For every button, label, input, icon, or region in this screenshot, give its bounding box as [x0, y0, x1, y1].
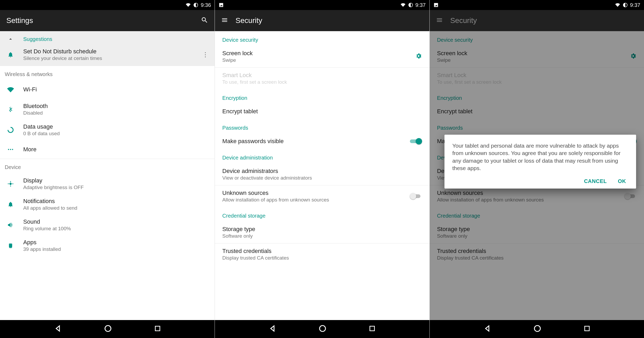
- item-title: Notifications: [23, 198, 209, 205]
- svg-rect-5: [155, 326, 160, 331]
- section-device-admin: Device administration: [215, 149, 429, 163]
- nav-bar: [0, 320, 215, 338]
- home-icon[interactable]: [533, 325, 541, 334]
- search-icon[interactable]: [201, 16, 208, 25]
- switch-unknown-sources[interactable]: [410, 193, 422, 199]
- item-sub: 0 B of data used: [23, 131, 209, 137]
- item-sub: Display trusted CA certificates: [222, 255, 422, 261]
- status-time: 9:37: [415, 2, 426, 8]
- wifi-icon: [615, 3, 621, 7]
- item-data-usage[interactable]: Data usage 0 B of data used: [0, 120, 215, 140]
- bluetooth-icon: [5, 106, 16, 112]
- item-apps[interactable]: Apps 39 apps installed: [0, 235, 215, 256]
- back-icon[interactable]: [268, 325, 276, 334]
- item-smart-lock: Smart Lock To use, first set a screen lo…: [215, 68, 429, 89]
- hamburger-icon[interactable]: [221, 17, 228, 25]
- item-wifi[interactable]: Wi-Fi: [0, 81, 215, 99]
- item-device-admins[interactable]: Device administrators View or deactivate…: [215, 163, 429, 185]
- chevron-up-icon: [5, 36, 16, 42]
- item-sub: To use, first set a screen lock: [222, 79, 422, 85]
- item-title: Trusted credentials: [222, 248, 422, 255]
- item-storage-type[interactable]: Storage type Software only: [215, 222, 429, 243]
- status-bar: 9:37: [215, 0, 429, 10]
- home-icon[interactable]: [104, 325, 112, 334]
- svg-point-7: [320, 326, 326, 332]
- recents-icon[interactable]: [584, 325, 590, 333]
- item-sound[interactable]: Sound Ring volume at 100%: [0, 215, 215, 235]
- svg-point-3: [12, 149, 13, 150]
- item-sub: Disabled: [23, 110, 209, 116]
- cancel-button[interactable]: CANCEL: [584, 178, 607, 184]
- bell-icon: [5, 201, 16, 208]
- recents-icon[interactable]: [369, 325, 376, 333]
- status-time: 9:36: [201, 2, 211, 8]
- suggestions-section: Suggestions Set Do Not Disturb schedule …: [0, 31, 215, 66]
- security-content: Device security Screen lock Swipe Smart …: [215, 31, 429, 320]
- svg-rect-11: [585, 326, 589, 331]
- gear-icon[interactable]: [415, 53, 422, 60]
- item-title: Smart Lock: [222, 72, 422, 79]
- unknown-sources-dialog: Your tablet and personal data are more v…: [444, 135, 636, 189]
- section-device-header: Device: [0, 159, 215, 173]
- item-title: Make passwords visible: [222, 138, 410, 145]
- item-trusted-credentials[interactable]: Trusted credentials Display trusted CA c…: [215, 243, 429, 265]
- item-sub: Ring volume at 100%: [23, 226, 209, 232]
- item-title: Wi-Fi: [23, 86, 209, 93]
- item-bluetooth[interactable]: Bluetooth Disabled: [0, 99, 215, 120]
- switch-passwords-visible[interactable]: [410, 138, 422, 144]
- item-display[interactable]: Display Adaptive brightness is OFF: [0, 173, 215, 194]
- item-title: Sound: [23, 218, 209, 225]
- suggestions-header[interactable]: Suggestions: [0, 31, 215, 45]
- item-notifications[interactable]: Notifications All apps allowed to send: [0, 194, 215, 215]
- item-title: Encrypt tablet: [222, 108, 422, 115]
- status-time: 9:37: [630, 2, 640, 8]
- back-icon[interactable]: [54, 325, 62, 334]
- item-sub: Allow installation of apps from unknown …: [222, 197, 410, 203]
- section-encryption: Encryption: [215, 89, 429, 104]
- suggestion-dnd[interactable]: Set Do Not Disturb schedule Silence your…: [0, 45, 215, 66]
- wifi-icon: [185, 3, 191, 7]
- item-sub: All apps allowed to send: [23, 205, 209, 211]
- item-title: Data usage: [23, 123, 209, 130]
- more-horiz-icon: [5, 146, 16, 153]
- item-sub: View or deactivate device administrators: [222, 175, 422, 181]
- item-more[interactable]: More: [0, 140, 215, 159]
- section-device-security: Device security: [215, 31, 429, 46]
- hamburger-icon[interactable]: [436, 17, 443, 25]
- volume-icon: [5, 222, 16, 228]
- item-sub: Software only: [222, 233, 422, 239]
- brightness-icon: [5, 180, 16, 187]
- recents-icon[interactable]: [154, 325, 161, 333]
- suggestion-title: Set Do Not Disturb schedule: [23, 48, 194, 55]
- item-title: Unknown sources: [222, 190, 410, 196]
- security-dialog-screen: 9:37 Security Device security Screen loc…: [429, 0, 644, 338]
- settings-screen: 9:36 Settings Suggestions Set Do Not Dis…: [0, 0, 215, 338]
- settings-content: Suggestions Set Do Not Disturb schedule …: [0, 31, 215, 320]
- overflow-icon[interactable]: ⋮: [201, 51, 209, 58]
- page-title: Security: [450, 16, 638, 25]
- ok-button[interactable]: OK: [618, 178, 626, 184]
- svg-point-4: [105, 326, 111, 332]
- item-title: Screen lock: [222, 50, 415, 57]
- item-passwords-visible[interactable]: Make passwords visible: [215, 134, 429, 149]
- item-screen-lock[interactable]: Screen lock Swipe: [215, 46, 429, 67]
- android-icon: [5, 242, 16, 249]
- suggestions-label: Suggestions: [23, 36, 52, 42]
- image-icon: [433, 2, 439, 8]
- item-encrypt-tablet[interactable]: Encrypt tablet: [215, 104, 429, 119]
- home-icon[interactable]: [319, 325, 326, 334]
- section-credential-storage: Credential storage: [215, 207, 429, 222]
- section-wireless-header: Wireless & networks: [0, 66, 215, 81]
- status-bar: 9:36: [0, 0, 215, 10]
- clock-progress-icon: [408, 2, 413, 8]
- svg-point-10: [534, 326, 541, 332]
- back-icon[interactable]: [483, 325, 491, 334]
- item-title: Bluetooth: [23, 103, 209, 110]
- svg-rect-8: [370, 326, 375, 331]
- wifi-icon: [5, 86, 16, 93]
- item-unknown-sources[interactable]: Unknown sources Allow installation of ap…: [215, 185, 429, 207]
- data-usage-icon: [5, 126, 16, 133]
- status-bar: 9:37: [430, 0, 644, 10]
- item-title: Display: [23, 177, 209, 184]
- suggestion-sub: Silence your device at certain times: [23, 55, 194, 61]
